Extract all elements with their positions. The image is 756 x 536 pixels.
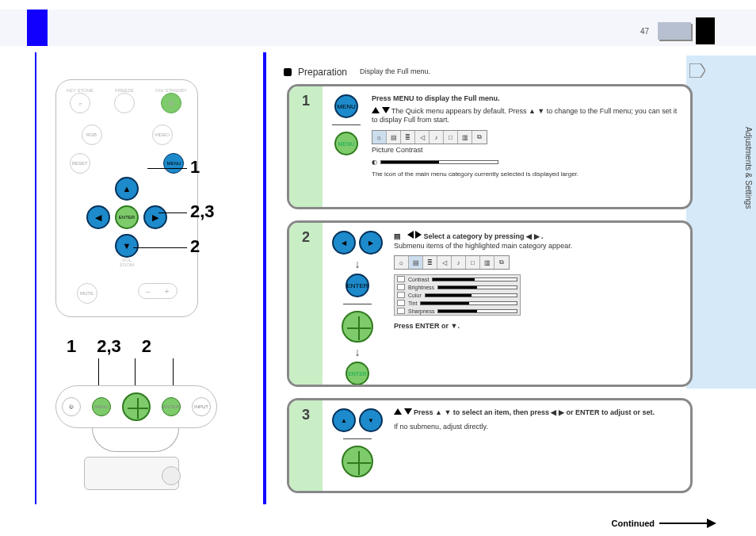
video-button[interactable]: VIDEO	[152, 124, 173, 145]
panel-callouts: 1 2,3 2	[67, 336, 151, 357]
step-3-card: 3 ▲ ▼ Press ▲ ▼ to select an item, then …	[287, 398, 693, 493]
svg-marker-0	[689, 63, 705, 78]
rgb-button[interactable]: RGB	[82, 124, 102, 145]
preparation-row: Preparation Display the Full menu.	[284, 67, 430, 78]
dpad-enter[interactable]: ENTER	[115, 205, 139, 229]
down-arrow-icon: ▼	[359, 408, 383, 432]
continued-top-icon	[689, 63, 705, 78]
panel-callout-2: 2	[142, 336, 151, 357]
callout-2: 2	[190, 236, 200, 257]
panel-joy[interactable]	[122, 392, 151, 421]
menu-button-remote[interactable]: MENU	[163, 153, 184, 174]
dpad-down[interactable]: ▼	[115, 234, 139, 258]
step-3-title-a: Press ▲ ▼ to select an item, then press …	[394, 408, 681, 418]
left-arrow-icon: ◀	[332, 231, 356, 255]
leader-1	[147, 168, 187, 169]
joy-icon-green-2	[342, 446, 373, 477]
panel-callout-23: 2,3	[97, 336, 121, 357]
step-1-menu-strip: ☼▤≣◁♪□▥⧉	[372, 130, 487, 144]
leader-2	[158, 212, 187, 213]
panel-power[interactable]: ⏻	[62, 397, 81, 416]
continued-label: Continued	[612, 519, 655, 528]
step-1-num: 1	[302, 93, 310, 109]
step-1-menu-hint: Picture Contrast	[372, 146, 681, 155]
step-3-title-b: If no submenu, adjust directly.	[394, 423, 681, 432]
enter-icon-blue: ENTER	[346, 274, 369, 297]
panel-menu[interactable]: MENU	[92, 397, 111, 416]
step-2-menu-strip: ☼▤≣◁♪□▥⧉	[394, 255, 510, 270]
step-2-num: 2	[302, 229, 310, 246]
dpad-up[interactable]: ▲	[115, 177, 139, 201]
freeze-button[interactable]	[114, 93, 135, 113]
arrow-down-icon-1: ↓	[355, 258, 361, 270]
callout-23: 2,3	[190, 201, 215, 222]
step-2-card: 2 ◀ ▶ ↓ ENTER ↓ ENTER ▤ Select a categor	[287, 220, 693, 387]
step-1-note-b: The Quick menu appears by default. Press…	[372, 107, 681, 125]
zoom-plus[interactable]: +	[158, 287, 177, 296]
header-accent	[27, 10, 48, 46]
page-badge	[658, 22, 691, 40]
step-2-buttons: ◀ ▶ ↓ ENTER ↓ ENTER	[332, 231, 383, 385]
square-bullet-icon	[284, 68, 292, 76]
step-2-title-a: ▤ Select a category by pressing ◀ ▶ .	[394, 231, 681, 242]
step-1-note-a: The icon of the main menu category curre…	[372, 170, 681, 178]
projector-illustration	[76, 449, 187, 493]
dpad-right[interactable]: ▶	[143, 205, 167, 229]
page-number: 47	[640, 27, 649, 36]
joy-icon-green	[342, 311, 373, 343]
step-1-slider	[380, 160, 498, 164]
step-1-buttons: MENU MENU	[332, 94, 361, 155]
keystone-button[interactable]: ▱	[70, 93, 90, 113]
remote-control: KEY STONE▱ FREEZE ON/ STANDBY⏻ RGB VIDEO…	[55, 79, 198, 317]
reset-button[interactable]: RESET	[70, 153, 90, 174]
side-tab-panel	[686, 56, 756, 389]
page-black-tab	[696, 17, 715, 44]
arrow-down-icon-2: ↓	[355, 346, 361, 358]
step-1-title: Press MENU to display the Full menu.	[372, 94, 681, 104]
side-tab-label: Adjustments & Settings	[744, 127, 753, 209]
step-2-submenu: Contrast Brightness Color Tint Sharpness	[394, 274, 521, 316]
step-3-num: 3	[302, 407, 310, 423]
control-panel: ⏻ MENU ENTER INPUT	[55, 385, 217, 428]
up-arrow-icon: ▲	[332, 408, 356, 432]
dpad: ▲ ▼ ◀ ▶ ENTER	[91, 182, 162, 253]
step-1-card: 1 MENU MENU Press MENU to display the Fu…	[287, 84, 693, 209]
panel-enter[interactable]: ENTER	[162, 397, 181, 416]
menu-icon-green: MENU	[334, 132, 358, 155]
divider-outer	[35, 52, 36, 504]
dpad-left[interactable]: ◀	[86, 205, 110, 229]
preparation-label: Preparation	[298, 67, 347, 78]
mute-button[interactable]: MUTE	[77, 283, 97, 304]
right-arrow-icon: ▶	[359, 231, 383, 255]
continued-footer: Continued	[612, 519, 715, 528]
continued-arrow-icon	[659, 523, 715, 524]
preparation-text: Display the Full menu.	[360, 67, 430, 77]
step-2-title-b: Submenu items of the highlighted main ca…	[394, 242, 681, 251]
menu-icon-blue: MENU	[334, 94, 358, 118]
step-2-title-c: Press ENTER or ▼.	[394, 322, 681, 331]
divider-inner	[263, 52, 266, 504]
panel-input[interactable]: INPUT	[192, 397, 211, 416]
standby-button[interactable]: ⏻	[161, 93, 181, 113]
panel-callout-1: 1	[67, 336, 76, 357]
zoom-pill: – +	[138, 283, 178, 299]
callout-1: 1	[190, 157, 200, 178]
zoom-label: ZOOM	[56, 262, 197, 267]
step-3-buttons: ▲ ▼	[332, 408, 383, 477]
zoom-minus[interactable]: –	[139, 287, 158, 296]
leader-3	[133, 247, 187, 248]
enter-icon-green: ENTER	[346, 362, 369, 385]
